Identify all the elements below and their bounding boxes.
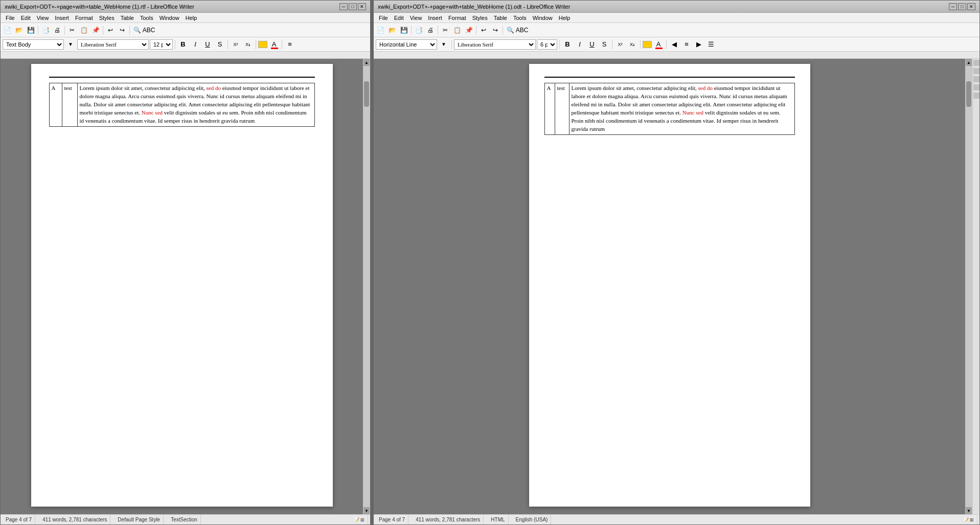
right-style-select[interactable]: Horizontal Line <box>376 39 437 50</box>
right-menu-file[interactable]: File <box>376 14 391 22</box>
right-style-icon[interactable]: ▼ <box>438 39 449 50</box>
right-font-select[interactable]: Liberation Serif <box>454 39 536 50</box>
left-underline-button[interactable]: U <box>202 39 213 50</box>
new-button[interactable]: 📄 <box>2 25 13 36</box>
right-copy-button[interactable]: 📋 <box>451 25 463 36</box>
paste-button[interactable]: 📌 <box>90 25 101 36</box>
left-close-button[interactable]: ✕ <box>358 3 366 10</box>
right-new-button[interactable]: 📄 <box>375 25 386 36</box>
undo-button[interactable]: ↩ <box>105 25 116 36</box>
right-menu-styles[interactable]: Styles <box>469 14 491 22</box>
right-redo-button[interactable]: ↪ <box>490 25 501 36</box>
right-maximize-button[interactable]: □ <box>958 3 966 10</box>
copy-button[interactable]: 📋 <box>78 25 89 36</box>
redo-button[interactable]: ↪ <box>117 25 128 36</box>
left-subscript-button[interactable]: X₂ <box>242 39 254 50</box>
left-maximize-button[interactable]: □ <box>349 3 357 10</box>
right-cell-test[interactable]: test <box>555 83 569 135</box>
right-scroll-up[interactable]: ▲ <box>966 59 972 66</box>
left-cell-a[interactable]: A <box>49 83 62 127</box>
right-paste-button[interactable]: 📌 <box>463 25 474 36</box>
right-panel-icon-3[interactable] <box>973 76 979 82</box>
right-menu-insert[interactable]: Insert <box>425 14 445 22</box>
right-panel-icon-5[interactable] <box>973 93 979 99</box>
left-strikethrough-button[interactable]: S <box>214 39 225 50</box>
right-panel-icon-1[interactable] <box>973 60 979 66</box>
left-menu-view[interactable]: View <box>34 14 52 22</box>
right-superscript-button[interactable]: X² <box>614 39 626 50</box>
right-cut-button[interactable]: ✂ <box>440 25 451 36</box>
right-close-button[interactable]: ✕ <box>967 3 975 10</box>
right-undo-button[interactable]: ↩ <box>478 25 489 36</box>
print-button[interactable]: 🖨 <box>52 25 63 36</box>
right-bold-button[interactable]: B <box>562 39 573 50</box>
left-menu-help[interactable]: Help <box>183 14 200 22</box>
right-strikethrough-button[interactable]: S <box>599 39 610 50</box>
right-subscript-button[interactable]: X₂ <box>627 39 638 50</box>
left-menu-insert[interactable]: Insert <box>52 14 72 22</box>
left-style-icon[interactable]: ▼ <box>65 39 76 50</box>
left-italic-button[interactable]: I <box>190 39 201 50</box>
right-align-left[interactable]: ◀ <box>669 39 680 50</box>
right-menu-format[interactable]: Format <box>445 14 469 22</box>
spell-button[interactable]: ABC <box>143 25 154 36</box>
left-style-select[interactable]: Text Body <box>3 39 64 50</box>
left-doc-scroll[interactable]: A test Lorem ipsum dolor sit amet, conse… <box>1 59 370 514</box>
right-menu-window[interactable]: Window <box>530 14 556 22</box>
right-export-pdf-button[interactable]: 📑 <box>413 25 424 36</box>
right-open-button[interactable]: 📂 <box>386 25 398 36</box>
left-minimize-button[interactable]: ─ <box>339 3 348 10</box>
right-panel-icon-4[interactable] <box>973 84 979 90</box>
right-fontcolor-button[interactable]: A <box>653 39 664 50</box>
left-menu-styles[interactable]: Styles <box>96 14 118 22</box>
right-underline-button[interactable]: U <box>586 39 598 50</box>
export-pdf-button[interactable]: 📑 <box>40 25 51 36</box>
cut-button[interactable]: ✂ <box>66 25 78 36</box>
right-size-select[interactable]: 6 pt <box>537 39 557 50</box>
right-menu-view[interactable]: View <box>407 14 425 22</box>
right-highlight-button[interactable] <box>643 41 652 48</box>
left-align-left-button[interactable]: ≡ <box>284 39 295 50</box>
save-button[interactable]: 💾 <box>25 25 36 36</box>
left-menu-window[interactable]: Window <box>156 14 183 22</box>
right-align-right[interactable]: ▶ <box>693 39 704 50</box>
left-fontcolor-button[interactable]: A <box>268 39 280 50</box>
left-scroll-up[interactable]: ▲ <box>363 59 370 66</box>
right-scroll-down[interactable]: ▼ <box>966 507 972 514</box>
right-cell-a[interactable]: A <box>544 83 555 135</box>
right-scroll-thumb[interactable] <box>966 81 971 107</box>
left-menu-file[interactable]: File <box>3 14 18 22</box>
right-save-button[interactable]: 💾 <box>398 25 409 36</box>
left-scrollbar[interactable]: ▲ ▼ <box>363 59 370 514</box>
left-scroll-down[interactable]: ▼ <box>363 507 370 514</box>
right-align-center[interactable]: ≡ <box>681 39 692 50</box>
right-panel-icon-2[interactable] <box>973 68 979 74</box>
right-scrollbar[interactable]: ▲ ▼ <box>965 59 972 514</box>
left-scroll-thumb[interactable] <box>364 81 369 107</box>
left-menu-tools[interactable]: Tools <box>137 14 156 22</box>
right-menu-table[interactable]: Table <box>491 14 510 22</box>
left-highlight-button[interactable] <box>258 41 267 48</box>
left-cell-content[interactable]: Lorem ipsum dolor sit amet, consectetur … <box>77 83 314 127</box>
left-menu-format[interactable]: Format <box>72 14 96 22</box>
right-menu-tools[interactable]: Tools <box>510 14 530 22</box>
left-scroll-track[interactable] <box>363 66 370 507</box>
left-superscript-button[interactable]: X² <box>230 39 241 50</box>
left-bold-button[interactable]: B <box>177 39 189 50</box>
left-font-select[interactable]: Liberation Serif <box>77 39 149 50</box>
right-find-button[interactable]: 🔍 <box>505 25 516 36</box>
right-doc-scroll[interactable]: A test Lorem ipsum dolor sit amet, conse… <box>374 59 972 514</box>
right-spell-button[interactable]: ABC <box>516 25 528 36</box>
right-align-justify[interactable]: ☰ <box>705 39 717 50</box>
left-cell-test[interactable]: test <box>62 83 77 127</box>
left-menu-edit[interactable]: Edit <box>18 14 34 22</box>
right-menu-edit[interactable]: Edit <box>391 14 407 22</box>
find-button[interactable]: 🔍 <box>131 25 143 36</box>
right-print-button[interactable]: 🖨 <box>425 25 436 36</box>
left-size-select[interactable]: 12 pt <box>150 39 173 50</box>
right-menu-help[interactable]: Help <box>556 14 574 22</box>
right-minimize-button[interactable]: ─ <box>949 3 957 10</box>
left-menu-table[interactable]: Table <box>118 14 137 22</box>
right-cell-content[interactable]: Lorem ipsum dolor sit amet, consectetur … <box>569 83 794 135</box>
open-button[interactable]: 📂 <box>13 25 25 36</box>
